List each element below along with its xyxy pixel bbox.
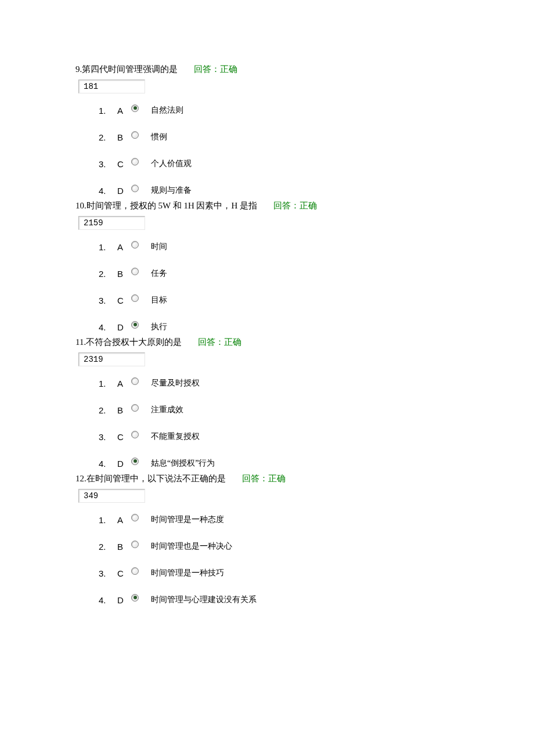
option-number: 2. (99, 542, 117, 552)
option-number: 3. (99, 159, 117, 169)
radio-wrap (131, 321, 147, 329)
radio-wrap (131, 404, 147, 412)
question-number: 10. (75, 201, 86, 211)
option-row: 4.D规则与准备 (99, 184, 459, 197)
question-text: 在时间管理中，以下说法不正确的是 (86, 473, 226, 484)
option-radio[interactable] (131, 541, 139, 548)
option-row: 2.B注重成效 (99, 404, 459, 416)
option-row: 1.A时间 (99, 240, 459, 253)
option-letter: C (117, 296, 131, 305)
option-radio[interactable] (131, 458, 139, 465)
option-row: 3.C不能重复授权 (99, 430, 459, 443)
option-text: 任务 (147, 268, 167, 279)
option-letter: B (117, 542, 131, 552)
option-number: 4. (99, 595, 117, 605)
radio-wrap (131, 431, 147, 438)
option-text: 时间管理是一种态度 (147, 514, 224, 525)
option-radio[interactable] (131, 594, 139, 602)
option-letter: B (117, 132, 131, 142)
option-row: 3.C时间管理是一种技巧 (99, 567, 459, 579)
option-letter: A (117, 515, 131, 525)
question-block: 12.在时间管理中，以下说法不正确的是回答：正确3491.A时间管理是一种态度2… (75, 473, 459, 606)
question-code-input[interactable]: 349 (78, 489, 145, 503)
option-row: 2.B惯例 (99, 131, 459, 143)
option-text: 不能重复授权 (147, 431, 200, 442)
answer-status: 回答：正确 (194, 64, 237, 75)
option-list: 1.A时间管理是一种态度2.B时间管理也是一种决心3.C时间管理是一种技巧4.D… (75, 513, 459, 606)
option-letter: C (117, 568, 131, 578)
option-text: 自然法则 (147, 105, 183, 116)
radio-wrap (131, 541, 147, 548)
option-row: 3.C目标 (99, 294, 459, 307)
option-radio[interactable] (131, 268, 139, 275)
option-text: 时间管理与心理建设没有关系 (147, 595, 257, 605)
option-text: 执行 (147, 322, 167, 332)
option-number: 2. (99, 269, 117, 279)
option-row: 4.D时间管理与心理建设没有关系 (99, 593, 459, 606)
option-radio[interactable] (131, 514, 139, 521)
radio-wrap (131, 158, 147, 165)
question-title: 11.不符合授权十大原则的是回答：正确 (75, 337, 459, 348)
option-radio[interactable] (131, 377, 139, 385)
option-radio[interactable] (131, 431, 139, 438)
question-block: 9.第四代时间管理强调的是回答：正确1811.A自然法则2.B惯例3.C个人价值… (75, 64, 459, 197)
option-radio[interactable] (131, 321, 139, 329)
question-number: 11. (75, 337, 86, 347)
radio-wrap (131, 594, 147, 602)
option-text: 姑息“倒授权”行为 (147, 458, 215, 469)
option-radio[interactable] (131, 105, 139, 112)
option-radio[interactable] (131, 294, 139, 302)
radio-wrap (131, 268, 147, 275)
radio-wrap (131, 294, 147, 302)
option-radio[interactable] (131, 404, 139, 412)
question-text: 不符合授权十大原则的是 (86, 337, 182, 348)
answer-status: 回答：正确 (242, 473, 286, 484)
option-number: 1. (99, 242, 117, 252)
option-number: 3. (99, 568, 117, 578)
option-radio[interactable] (131, 567, 139, 575)
option-radio[interactable] (131, 158, 139, 165)
option-text: 时间管理也是一种决心 (147, 541, 232, 552)
option-row: 2.B任务 (99, 267, 459, 280)
option-text: 规则与准备 (147, 185, 192, 196)
option-letter: D (117, 459, 131, 469)
radio-wrap (131, 514, 147, 521)
radio-wrap (131, 567, 147, 575)
option-radio[interactable] (131, 131, 139, 139)
option-radio[interactable] (131, 241, 139, 249)
option-number: 2. (99, 405, 117, 415)
option-text: 惯例 (147, 132, 167, 142)
option-list: 1.A自然法则2.B惯例3.C个人价值观4.D规则与准备 (75, 104, 459, 197)
option-text: 注重成效 (147, 405, 183, 415)
option-number: 1. (99, 106, 117, 116)
option-text: 尽量及时授权 (147, 378, 200, 388)
option-row: 4.D执行 (99, 321, 459, 333)
question-title: 9.第四代时间管理强调的是回答：正确 (75, 64, 459, 75)
answer-status: 回答：正确 (198, 337, 241, 348)
option-text: 时间管理是一种技巧 (147, 568, 224, 578)
question-code-input[interactable]: 2319 (78, 352, 145, 366)
question-block: 11.不符合授权十大原则的是回答：正确23191.A尽量及时授权2.B注重成效3… (75, 337, 459, 470)
option-letter: C (117, 159, 131, 169)
option-number: 4. (99, 186, 117, 196)
option-number: 3. (99, 296, 117, 305)
option-letter: B (117, 269, 131, 279)
option-number: 4. (99, 322, 117, 332)
option-row: 2.B时间管理也是一种决心 (99, 540, 459, 553)
option-text: 目标 (147, 295, 167, 305)
option-radio[interactable] (131, 185, 139, 192)
option-letter: D (117, 186, 131, 196)
option-row: 4.D姑息“倒授权”行为 (99, 457, 459, 470)
option-letter: D (117, 322, 131, 332)
option-letter: A (117, 379, 131, 388)
option-text: 时间 (147, 242, 167, 252)
option-number: 1. (99, 379, 117, 388)
question-code-input[interactable]: 2159 (78, 216, 145, 230)
question-number: 12. (75, 474, 86, 484)
option-number: 3. (99, 432, 117, 442)
question-code-input[interactable]: 181 (78, 80, 145, 93)
radio-wrap (131, 241, 147, 249)
option-letter: B (117, 405, 131, 415)
radio-wrap (131, 458, 147, 465)
option-row: 3.C个人价值观 (99, 157, 459, 170)
